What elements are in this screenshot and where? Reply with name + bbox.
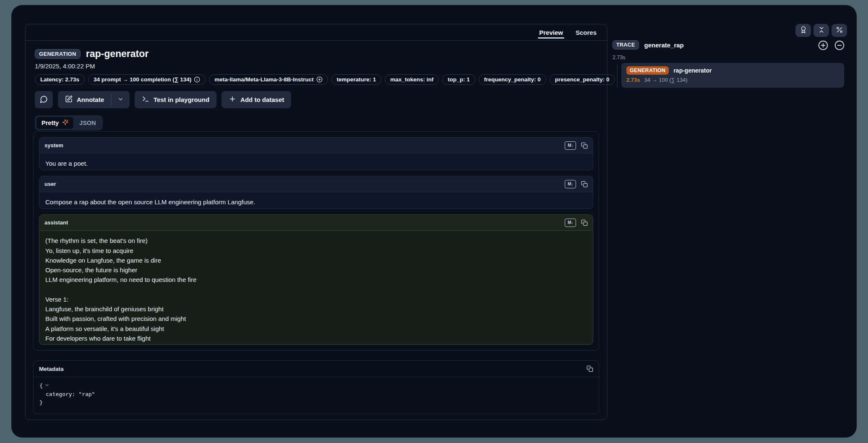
frequency-penalty-badge: frequency_penalty: 0 xyxy=(479,74,546,85)
add-to-dataset-button[interactable]: Add to dataset xyxy=(222,91,291,108)
metadata-json: { category: "rap" } xyxy=(34,377,599,412)
json-label: JSON xyxy=(79,120,96,126)
toggle-json[interactable]: JSON xyxy=(74,117,101,129)
markdown-toggle-icon[interactable]: M↓ xyxy=(565,219,576,227)
expand-all-icon[interactable] xyxy=(818,40,829,51)
annotate-label: Annotate xyxy=(77,96,104,103)
observation-timestamp: 1/9/2025, 4:00:22 PM xyxy=(35,63,598,70)
chevron-down-icon xyxy=(117,96,124,104)
max-tokens-badge: max_tokens: inf xyxy=(385,74,439,85)
annotate-button[interactable]: Annotate xyxy=(58,91,111,108)
collapse-all-icon[interactable] xyxy=(834,40,845,51)
role-label: assistant xyxy=(44,219,68,226)
token-usage-label: 34 prompt → 100 completion (∑ 134) xyxy=(94,76,191,83)
assistant-message-block: assistant M↓ (The rhythm is set, the bea… xyxy=(39,214,593,345)
add-to-dataset-label: Add to dataset xyxy=(240,96,284,103)
metadata-title: Metadata xyxy=(39,366,64,372)
presence-penalty-badge: presence_penalty: 0 xyxy=(550,74,615,85)
json-open-brace: { xyxy=(39,382,43,390)
copy-icon[interactable] xyxy=(586,365,593,372)
role-label: system xyxy=(44,142,63,149)
trace-latency: 2.73s xyxy=(613,55,626,60)
tab-scores[interactable]: Scores xyxy=(569,24,603,40)
json-close-brace: } xyxy=(39,399,593,407)
model-label: meta-llama/Meta-Llama-3-8B-Instruct xyxy=(214,76,313,83)
sparkles-icon xyxy=(62,119,68,127)
model-badge[interactable]: meta-llama/Meta-Llama-3-8B-Instruct xyxy=(209,74,328,85)
system-message-block: system M↓ You are a poet. xyxy=(39,137,593,170)
comment-button[interactable] xyxy=(35,91,53,108)
token-usage-badge: 34 prompt → 100 completion (∑ 134) xyxy=(88,74,206,85)
latency-badge: Latency: 2.73s xyxy=(35,74,85,85)
plus-icon xyxy=(229,95,236,104)
copy-icon[interactable] xyxy=(581,219,588,226)
generation-node-latency: 2.73s xyxy=(626,77,640,83)
comment-icon xyxy=(40,95,48,104)
system-message-content: You are a poet. xyxy=(39,154,593,170)
tab-preview[interactable]: Preview xyxy=(533,24,569,40)
trace-name: generate_rap xyxy=(644,42,684,49)
generation-node-name: rap-generator xyxy=(673,67,712,74)
toggle-pretty[interactable]: Pretty xyxy=(36,117,73,129)
playground-label: Test in playground xyxy=(154,96,209,103)
info-circle-icon[interactable] xyxy=(194,76,200,83)
generation-node-tokens: 34 → 100 (∑ 134) xyxy=(644,77,688,83)
playground-button[interactable]: Test in playground xyxy=(135,91,216,108)
detail-tabbar: Preview Scores xyxy=(26,24,607,41)
edit-icon xyxy=(65,95,73,104)
parameter-badges: Latency: 2.73s 34 prompt → 100 completio… xyxy=(35,74,598,85)
user-message-block: user M↓ Compose a rap about the open sou… xyxy=(39,176,593,209)
scores-award-button[interactable] xyxy=(795,24,811,37)
terminal-icon xyxy=(142,95,149,104)
pretty-label: Pretty xyxy=(42,120,59,126)
chevrons-collapse-icon xyxy=(818,26,825,35)
percent-icon xyxy=(836,26,843,35)
generation-tree-node[interactable]: GENERATION rap-generator 2.73s 34 → 100 … xyxy=(621,63,844,88)
io-preview-container: system M↓ You are a poet. user M↓ xyxy=(33,131,599,351)
system-message-header: system M↓ xyxy=(39,138,593,154)
page: { "colors": { "page_bg": "#4d666e", "win… xyxy=(0,0,868,443)
copy-icon[interactable] xyxy=(581,181,588,188)
annotate-split-button: Annotate xyxy=(58,91,130,108)
copy-icon[interactable] xyxy=(581,142,588,149)
annotate-dropdown-button[interactable] xyxy=(112,91,130,108)
markdown-toggle-icon[interactable]: M↓ xyxy=(565,141,576,150)
json-entry: category: "rap" xyxy=(39,390,593,399)
top-p-badge: top_p: 1 xyxy=(442,74,475,85)
view-toggle: Pretty JSON xyxy=(35,115,103,130)
assistant-message-content: (The rhythm is set, the beat's on fire) … xyxy=(39,231,593,345)
award-icon xyxy=(800,26,807,35)
trace-toolbar xyxy=(795,24,847,37)
temperature-badge: temperature: 1 xyxy=(331,74,382,85)
collapse-panel-button[interactable] xyxy=(813,24,829,37)
observation-header: GENERATION rap-generator 1/9/2025, 4:00:… xyxy=(26,41,607,130)
user-message-header: user M↓ xyxy=(39,176,593,192)
action-buttons: Annotate Test in playground xyxy=(35,91,598,108)
user-message-content: Compose a rap about the open source LLM … xyxy=(39,192,593,209)
page-title: rap-generator xyxy=(86,48,149,60)
metadata-card: Metadata { category: "rap" } xyxy=(33,360,599,414)
markdown-toggle-icon[interactable]: M↓ xyxy=(565,180,576,188)
percent-metrics-button[interactable] xyxy=(832,24,847,37)
role-label: user xyxy=(44,181,56,187)
trace-row[interactable]: TRACE generate_rap xyxy=(613,40,684,50)
json-collapse-icon[interactable] xyxy=(44,382,50,390)
metadata-header: Metadata xyxy=(34,361,599,377)
plus-circle-icon[interactable] xyxy=(316,76,323,83)
generation-node-badge: GENERATION xyxy=(626,66,669,75)
app-window: Preview Scores GENERATION rap-generator … xyxy=(11,5,857,438)
generation-type-badge: GENERATION xyxy=(35,49,81,59)
trace-type-badge: TRACE xyxy=(613,40,639,50)
observation-detail-panel: Preview Scores GENERATION rap-generator … xyxy=(25,24,607,420)
tree-controls xyxy=(818,40,845,51)
assistant-message-header: assistant M↓ xyxy=(39,215,593,231)
tree-indent-guide xyxy=(617,64,618,88)
